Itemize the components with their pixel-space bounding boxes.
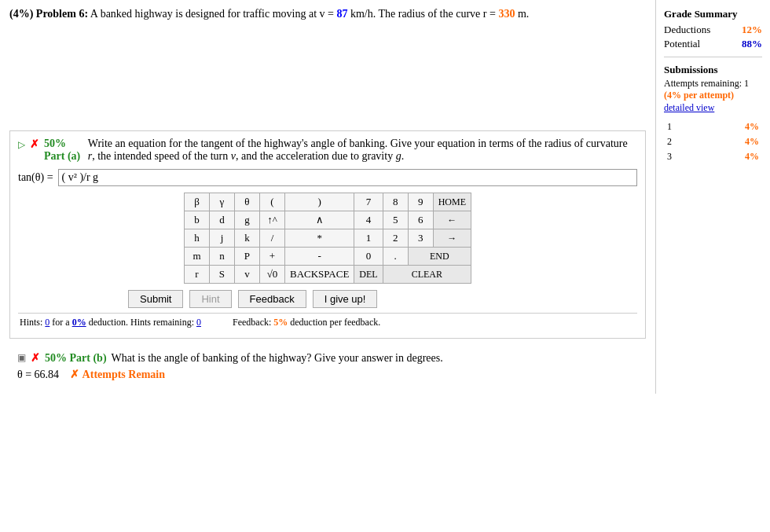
keypad-row-3: h j k / * 1 2 3 → — [184, 229, 471, 248]
submission-row-2: 2 4% — [666, 135, 761, 149]
hint-button[interactable]: Hint — [189, 290, 231, 308]
submissions-title: Submissions — [664, 64, 762, 76]
button-row: Submit Hint Feedback I give up! — [128, 290, 637, 308]
attempts-per: (4% per attempt) — [664, 90, 762, 101]
key-S[interactable]: S — [209, 266, 234, 284]
keypad-container: β γ θ ( ) 7 8 9 HOME b d g ↑^ — [18, 193, 637, 284]
equation-row: tan(θ) = — [18, 169, 637, 186]
grade-summary-title: Grade Summary — [664, 8, 762, 20]
key-3[interactable]: 3 — [408, 229, 433, 248]
key-2[interactable]: 2 — [383, 229, 408, 248]
hints-info: Hints: 0 for a 0% deduction. Hints remai… — [20, 317, 201, 328]
equation-input[interactable] — [58, 169, 637, 186]
key-j[interactable]: j — [209, 229, 234, 248]
key-7[interactable]: 7 — [354, 193, 383, 211]
attempts-remaining-row: Attempts remaining: 1 — [664, 78, 762, 90]
sidebar-divider — [664, 57, 762, 57]
part-a-x-icon: ✗ — [30, 138, 39, 151]
key-theta[interactable]: θ — [234, 193, 259, 211]
key-h[interactable]: h — [184, 229, 209, 248]
key-gamma[interactable]: γ — [209, 193, 234, 211]
part-a-description: Write an equation for the tangent of the… — [88, 138, 637, 163]
part-b-description: What is the angle of banking of the high… — [112, 352, 443, 365]
key-9[interactable]: 9 — [408, 193, 433, 211]
key-m[interactable]: m — [184, 248, 209, 266]
key-backspace-arrow[interactable]: ← — [433, 211, 471, 229]
key-star[interactable]: * — [284, 229, 354, 248]
key-del[interactable]: DEL — [354, 266, 383, 284]
part-a-arrow-icon: ▷ — [18, 139, 25, 151]
keypad-row-1: β γ θ ( ) 7 8 9 HOME — [184, 193, 471, 211]
sidebar: Grade Summary Deductions 12% Potential 8… — [656, 0, 770, 394]
feedback-info: Feedback: 5% deduction per feedback. — [233, 317, 380, 328]
hints-remaining-link[interactable]: 0 — [196, 317, 201, 328]
sub-num-3: 3 — [666, 150, 695, 163]
key-backspace[interactable]: BACKSPACE — [284, 266, 354, 284]
part-b-section: ▣ ✗ 50% Part (b) What is the angle of ba… — [9, 345, 646, 386]
key-minus[interactable]: - — [284, 248, 354, 266]
feedback-pct: 5% — [273, 317, 288, 328]
key-home[interactable]: HOME — [433, 193, 471, 211]
key-0[interactable]: 0 — [354, 248, 383, 266]
key-n[interactable]: n — [209, 248, 234, 266]
part-a-label: 50% Part (a) — [44, 138, 83, 163]
key-k[interactable]: k — [234, 229, 259, 248]
potential-row: Potential 88% — [664, 38, 762, 50]
give-up-button[interactable]: I give up! — [313, 290, 378, 308]
feedback-button[interactable]: Feedback — [238, 290, 306, 308]
potential-label: Potential — [664, 38, 700, 50]
problem-number: (4%) Problem 6: — [9, 8, 88, 20]
key-sqrt[interactable]: √0 — [259, 266, 284, 284]
key-v[interactable]: v — [234, 266, 259, 284]
key-lparen[interactable]: ( — [259, 193, 284, 211]
key-slash[interactable]: / — [259, 229, 284, 248]
detailed-view-link[interactable]: detailed view — [664, 102, 714, 113]
key-g[interactable]: g — [234, 211, 259, 229]
v-value: 87 — [336, 8, 347, 20]
part-b-answer: θ = 66.84 ✗ Attempts Remain — [17, 368, 638, 381]
submission-row-1: 1 4% — [666, 120, 761, 134]
part-a-section: ▷ ✗ 50% Part (a) Write an equation for t… — [9, 130, 646, 339]
key-dot[interactable]: . — [383, 248, 408, 266]
hints-pct-link[interactable]: 0% — [72, 317, 86, 328]
key-rparen[interactable]: ) — [284, 193, 354, 211]
submit-button[interactable]: Submit — [128, 290, 183, 308]
key-4[interactable]: 4 — [354, 211, 383, 229]
key-r[interactable]: r — [184, 266, 209, 284]
key-d[interactable]: d — [209, 211, 234, 229]
key-1[interactable]: 1 — [354, 229, 383, 248]
potential-value: 88% — [742, 38, 762, 50]
key-beta[interactable]: β — [184, 193, 209, 211]
key-5[interactable]: 5 — [383, 211, 408, 229]
sub-pct-2: 4% — [696, 135, 761, 149]
key-8[interactable]: 8 — [383, 193, 408, 211]
submission-row-3: 3 4% — [666, 150, 761, 163]
key-uparrow[interactable]: ↑^ — [259, 211, 284, 229]
key-6[interactable]: 6 — [408, 211, 433, 229]
deductions-row: Deductions 12% — [664, 24, 762, 36]
key-clear[interactable]: CLEAR — [383, 266, 471, 284]
key-rightarrow[interactable]: → — [433, 229, 471, 248]
part-b-square-icon: ▣ — [17, 352, 26, 364]
sub-num-1: 1 — [666, 120, 695, 134]
key-P[interactable]: P — [234, 248, 259, 266]
key-b[interactable]: b — [184, 211, 209, 229]
keypad-row-5: r S v √0 BACKSPACE DEL CLEAR — [184, 266, 471, 284]
sub-pct-3: 4% — [696, 150, 761, 163]
deductions-value: 12% — [742, 24, 762, 36]
deductions-label: Deductions — [664, 24, 710, 36]
key-wedge[interactable]: ∧ — [284, 211, 354, 229]
part-b-header: ▣ ✗ 50% Part (b) What is the angle of ba… — [17, 351, 638, 365]
key-plus[interactable]: + — [259, 248, 284, 266]
submission-table: 1 4% 2 4% 3 4% — [664, 119, 762, 165]
hints-count-link[interactable]: 0 — [45, 317, 50, 328]
part-b-label: 50% Part (b) — [45, 352, 107, 365]
sub-pct-1: 4% — [696, 120, 761, 134]
keypad: β γ θ ( ) 7 8 9 HOME b d g ↑^ — [184, 193, 471, 284]
key-end[interactable]: END — [408, 248, 471, 266]
problem-header: (4%) Problem 6: A banked highway is desi… — [9, 8, 646, 20]
r-value: 330 — [498, 8, 515, 20]
sub-num-2: 2 — [666, 135, 695, 149]
equation-label: tan(θ) = — [18, 171, 53, 184]
hints-row: Hints: 0 for a 0% deduction. Hints remai… — [18, 313, 637, 332]
